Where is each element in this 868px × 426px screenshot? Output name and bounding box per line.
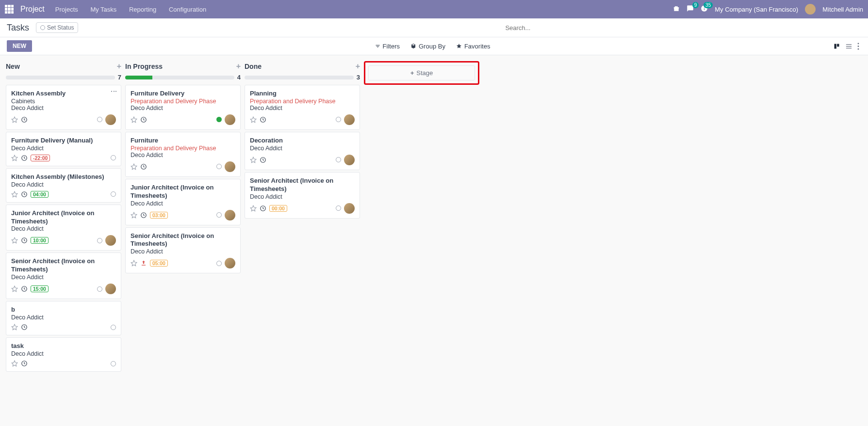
column-count: 3 <box>357 74 360 81</box>
star-icon[interactable] <box>11 324 18 331</box>
kanban-view-icon[interactable] <box>833 43 840 50</box>
activities-icon[interactable]: 35 <box>701 5 708 14</box>
kanban-card[interactable]: Senior Architect (Invoice on Timesheets)… <box>245 172 360 219</box>
kanban-card[interactable]: Senior Architect (Invoice on Timesheets)… <box>6 252 121 299</box>
add-card-icon[interactable]: + <box>117 62 121 71</box>
status-radio[interactable] <box>216 212 222 218</box>
progress-bar[interactable] <box>6 76 115 79</box>
clock-icon[interactable] <box>21 285 28 292</box>
status-radio[interactable] <box>111 325 116 330</box>
menu-projects[interactable]: Projects <box>55 6 78 13</box>
column-title[interactable]: In Progress <box>125 63 163 70</box>
column-title[interactable]: Done <box>245 63 262 70</box>
kanban-card[interactable]: Furniture Delivery (Manual) Deco Addict … <box>6 132 121 166</box>
menu-configuration[interactable]: Configuration <box>169 6 206 13</box>
assignee-avatar[interactable] <box>225 258 235 268</box>
assignee-avatar[interactable] <box>225 114 235 125</box>
assignee-avatar[interactable] <box>225 210 235 221</box>
status-done-icon[interactable] <box>216 117 222 122</box>
clock-icon[interactable] <box>260 157 266 163</box>
assignee-avatar[interactable] <box>105 114 116 125</box>
status-radio[interactable] <box>111 361 116 366</box>
groupby-button[interactable]: Group By <box>410 43 445 50</box>
gift-icon[interactable] <box>673 5 680 14</box>
kanban-card[interactable]: b Deco Addict <box>6 301 121 335</box>
clock-icon[interactable] <box>21 360 28 367</box>
assignee-avatar[interactable] <box>105 235 116 246</box>
status-radio[interactable] <box>336 117 341 122</box>
favorites-button[interactable]: Favorites <box>456 43 490 50</box>
user-avatar[interactable] <box>805 4 816 15</box>
search-input[interactable] <box>505 24 651 32</box>
star-icon[interactable] <box>131 260 137 267</box>
new-button[interactable]: NEW <box>7 40 32 52</box>
star-icon[interactable] <box>11 155 18 161</box>
clock-icon[interactable] <box>140 163 147 170</box>
assignee-avatar[interactable] <box>225 161 235 172</box>
add-card-icon[interactable]: + <box>236 62 241 71</box>
messaging-icon[interactable]: 9 <box>687 5 694 14</box>
clock-icon[interactable] <box>21 191 28 198</box>
clock-icon[interactable] <box>140 212 147 219</box>
kanban-card[interactable]: Decoration Deco Addict <box>245 132 360 170</box>
kanban-card[interactable]: Junior Architect (Invoice on Timesheets)… <box>6 205 121 251</box>
column-title[interactable]: New <box>6 63 20 70</box>
clock-icon[interactable] <box>21 155 28 161</box>
card-menu-icon[interactable]: ⋮ <box>111 88 118 94</box>
add-stage-button[interactable]: +Stage <box>368 65 475 80</box>
star-icon[interactable] <box>11 285 18 292</box>
user-name[interactable]: Mitchell Admin <box>822 6 863 13</box>
assignee-avatar[interactable] <box>344 114 355 125</box>
set-status-button[interactable]: Set Status <box>36 22 78 33</box>
clock-icon[interactable] <box>21 324 28 331</box>
status-radio[interactable] <box>216 164 222 169</box>
status-radio[interactable] <box>97 238 102 243</box>
kanban-card[interactable]: Kitchen Assembly (Milestones) Deco Addic… <box>6 168 121 203</box>
clock-icon[interactable] <box>21 116 28 123</box>
status-radio[interactable] <box>111 191 116 197</box>
kanban-card[interactable]: Planning Preparation and Delivery Phase … <box>245 85 360 130</box>
star-icon[interactable] <box>11 116 18 123</box>
add-card-icon[interactable]: + <box>356 62 360 71</box>
list-view-icon[interactable] <box>845 43 852 50</box>
star-icon[interactable] <box>131 163 137 170</box>
clock-icon[interactable] <box>21 237 28 244</box>
star-icon[interactable] <box>11 360 18 367</box>
company-switcher[interactable]: My Company (San Francisco) <box>715 6 798 13</box>
kanban-card[interactable]: Junior Architect (Invoice on Timesheets)… <box>125 179 241 225</box>
status-radio[interactable] <box>336 205 341 211</box>
hours-tag: 00:00 <box>269 205 287 212</box>
star-icon[interactable] <box>250 205 257 212</box>
app-brand[interactable]: Project <box>20 5 45 14</box>
status-radio[interactable] <box>111 155 116 160</box>
clock-icon[interactable] <box>260 205 266 212</box>
status-radio[interactable] <box>336 157 341 162</box>
star-icon[interactable] <box>11 191 18 198</box>
kanban-card[interactable]: Furniture Delivery Preparation and Deliv… <box>125 85 241 130</box>
assignee-avatar[interactable] <box>344 203 355 214</box>
filters-button[interactable]: Filters <box>375 43 400 50</box>
progress-bar[interactable] <box>125 76 234 79</box>
clock-icon[interactable] <box>260 116 266 123</box>
star-icon[interactable] <box>250 116 257 123</box>
card-project: Deco Addict <box>11 314 116 321</box>
star-icon[interactable] <box>250 157 257 163</box>
kanban-card[interactable]: Furniture Preparation and Delivery Phase… <box>125 132 241 177</box>
star-icon[interactable] <box>131 212 137 219</box>
status-radio[interactable] <box>97 286 102 292</box>
assignee-avatar[interactable] <box>344 155 355 165</box>
progress-bar[interactable] <box>245 76 354 79</box>
assignee-avatar[interactable] <box>105 284 116 294</box>
more-views-icon[interactable] <box>857 43 859 50</box>
apps-icon[interactable] <box>5 5 14 14</box>
menu-reporting[interactable]: Reporting <box>129 6 156 13</box>
kanban-card[interactable]: ⋮ Kitchen Assembly Cabinets Deco Addict <box>6 85 121 130</box>
star-icon[interactable] <box>11 237 18 244</box>
kanban-card[interactable]: Senior Architect (Invoice on Timesheets)… <box>125 227 241 274</box>
status-radio[interactable] <box>216 261 222 266</box>
clock-icon[interactable] <box>140 116 147 123</box>
star-icon[interactable] <box>131 116 137 123</box>
status-radio[interactable] <box>97 117 102 122</box>
kanban-card[interactable]: task Deco Addict <box>6 337 121 372</box>
menu-my-tasks[interactable]: My Tasks <box>90 6 116 13</box>
